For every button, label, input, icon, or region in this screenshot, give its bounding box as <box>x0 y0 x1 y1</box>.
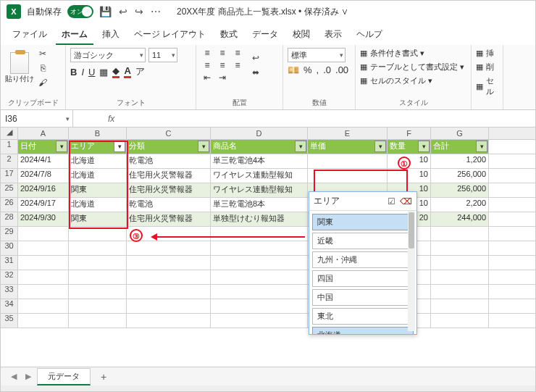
slicer-item[interactable]: 関東 <box>312 214 414 230</box>
hdr-area[interactable]: エリア▾ <box>69 140 127 154</box>
col-G[interactable]: G <box>431 128 489 139</box>
cut-icon[interactable]: ✂ <box>37 48 49 59</box>
hdr-total[interactable]: 合計▾ <box>431 140 489 154</box>
row-header[interactable]: 2 <box>1 154 18 168</box>
inc-decimal-icon[interactable]: .0 <box>323 64 331 75</box>
table-row[interactable]: 17 2024/7/8 北海道 住宅用火災警報器 ワイヤレス連動型報知 10 2… <box>1 169 535 183</box>
table-row[interactable]: 28 2024/9/30 関東 住宅用火災警報器 単独型けむり報知器 20 24… <box>1 212 535 227</box>
format-as-table-button[interactable]: ▦テーブルとして書式設定 ▾ <box>360 62 466 72</box>
filter-date-icon[interactable]: ▾ <box>56 141 67 152</box>
font-color-button[interactable]: A <box>124 65 130 78</box>
add-sheet-button[interactable]: + <box>93 371 114 383</box>
table-row[interactable]: 25 2024/9/16 関東 住宅用火災警報器 ワイヤレス連動型報知 10 2… <box>1 183 535 198</box>
border-button[interactable]: ▦ <box>99 67 108 78</box>
cell-styles-button[interactable]: ▦セルのスタイル ▾ <box>360 75 466 86</box>
filter-area-icon[interactable]: ▾ <box>114 141 125 152</box>
table-row[interactable]: 35 <box>1 314 535 328</box>
currency-icon[interactable]: 💴 <box>288 64 299 75</box>
slicer-item[interactable]: 近畿 <box>312 233 414 249</box>
name-box[interactable]: I36 <box>1 110 73 127</box>
hdr-price[interactable]: 単価▾ <box>308 140 388 154</box>
merge-icon[interactable]: ⬌ <box>250 67 261 78</box>
filter-qty-icon[interactable]: ▾ <box>418 141 430 152</box>
number-format-combo[interactable]: 標準 <box>288 48 346 62</box>
filter-price-icon[interactable]: ▾ <box>374 141 386 152</box>
slicer-item[interactable]: 四国 <box>312 270 414 287</box>
multi-select-icon[interactable]: ☑ <box>388 196 395 207</box>
table-row[interactable]: 26 2024/9/17 北海道 乾電池 単三乾電池8本 10 2,200 <box>1 198 535 212</box>
menu-review[interactable]: 校閲 <box>287 25 316 45</box>
menu-formula[interactable]: 数式 <box>214 25 243 45</box>
slicer-area[interactable]: エリア ☑ ⌫ 関東近畿九州・沖縄四国中国東北北海道北陸・東海 <box>309 191 417 335</box>
qat-more-icon[interactable]: ⋯ <box>151 6 161 17</box>
align-top-icon[interactable]: ≡ <box>201 48 214 58</box>
format-cells-button[interactable]: ▦ セル <box>476 75 498 97</box>
fx-icon[interactable]: fx <box>102 114 120 124</box>
bold-button[interactable]: B <box>70 67 77 78</box>
undo-icon[interactable]: ↩ <box>119 6 127 17</box>
filename[interactable]: 20XX年度 商品売上一覧表.xlsx • 保存済み ∨ <box>177 6 348 18</box>
col-F[interactable]: F <box>388 128 431 139</box>
hdr-prod[interactable]: 商品名▾ <box>211 140 308 154</box>
comma-icon[interactable]: , <box>317 64 319 75</box>
filter-prod-icon[interactable]: ▾ <box>295 141 306 152</box>
hdr-qty[interactable]: 数量▾ <box>388 140 431 154</box>
autosave-toggle[interactable]: オン <box>67 5 93 18</box>
table-row[interactable]: 29 <box>1 227 535 241</box>
table-row[interactable]: 30 <box>1 241 535 256</box>
row-1[interactable]: 1 <box>1 140 18 154</box>
delete-cells-button[interactable]: ▦ 削 <box>476 62 498 72</box>
row-header[interactable]: 25 <box>1 183 18 197</box>
table-row[interactable]: 2 2024/4/1 北海道 乾電池 単三乾電池4本 10 1,200 <box>1 154 535 169</box>
phonetic-button[interactable]: ア <box>135 65 145 78</box>
col-E[interactable]: E <box>308 128 388 139</box>
table-row[interactable]: 32 <box>1 270 535 285</box>
slicer-item[interactable]: 九州・沖縄 <box>312 251 414 268</box>
sheet-tab[interactable]: 元データ <box>37 368 91 385</box>
italic-button[interactable]: I <box>81 67 84 78</box>
slicer-scrollbar[interactable] <box>408 211 415 331</box>
copy-icon[interactable]: ⎘ <box>37 62 49 74</box>
format-painter-icon[interactable]: 🖌 <box>37 77 49 88</box>
slicer-item[interactable]: 北海道 <box>312 327 414 334</box>
menu-view[interactable]: 表示 <box>319 25 348 45</box>
tab-nav-prev[interactable]: ◀ <box>8 372 20 381</box>
hdr-cat[interactable]: 分類▾ <box>127 140 211 154</box>
save-icon[interactable]: 💾 <box>99 6 112 17</box>
table-row[interactable]: 34 <box>1 299 535 314</box>
slicer-item[interactable]: 東北 <box>312 308 414 325</box>
insert-cells-button[interactable]: ▦ 挿 <box>476 48 498 59</box>
horizontal-scrollbar[interactable] <box>1 385 535 391</box>
wrap-text-icon[interactable]: ↩ <box>250 52 261 64</box>
dec-decimal-icon[interactable]: .00 <box>335 64 348 75</box>
row-header[interactable]: 28 <box>1 212 18 226</box>
col-D[interactable]: D <box>211 128 308 139</box>
redo-icon[interactable]: ↪ <box>135 6 143 17</box>
paste-button[interactable]: 貼り付け <box>5 48 34 88</box>
col-A[interactable]: A <box>18 128 69 139</box>
percent-icon[interactable]: % <box>303 64 312 75</box>
tab-nav-next[interactable]: ▶ <box>22 372 34 381</box>
slicer-item[interactable]: 中国 <box>312 289 414 306</box>
font-name-combo[interactable]: 游ゴシック <box>70 48 146 62</box>
clear-filter-icon[interactable]: ⌫ <box>400 196 412 207</box>
table-row[interactable]: 31 <box>1 256 535 270</box>
menu-file[interactable]: ファイル <box>7 25 53 45</box>
table-row[interactable]: 33 <box>1 285 535 299</box>
menu-home[interactable]: ホーム <box>56 25 93 45</box>
fill-color-button[interactable]: ◆ <box>112 65 120 78</box>
filter-total-icon[interactable]: ▾ <box>476 141 487 152</box>
menu-data[interactable]: データ <box>246 25 284 45</box>
conditional-format-button[interactable]: ▦条件付き書式 ▾ <box>360 48 466 59</box>
menu-help[interactable]: ヘルプ <box>351 25 388 45</box>
col-B[interactable]: B <box>69 128 127 139</box>
menu-insert[interactable]: 挿入 <box>96 25 125 45</box>
filter-cat-icon[interactable]: ▾ <box>198 141 209 152</box>
row-header[interactable]: 17 <box>1 169 18 183</box>
col-C[interactable]: C <box>127 128 211 139</box>
select-all-corner[interactable]: ◢ <box>1 128 18 139</box>
underline-button[interactable]: U <box>88 67 95 78</box>
menu-layout[interactable]: ページ レイアウト <box>128 25 212 45</box>
font-size-combo[interactable]: 11 <box>148 48 177 62</box>
row-header[interactable]: 26 <box>1 198 18 212</box>
